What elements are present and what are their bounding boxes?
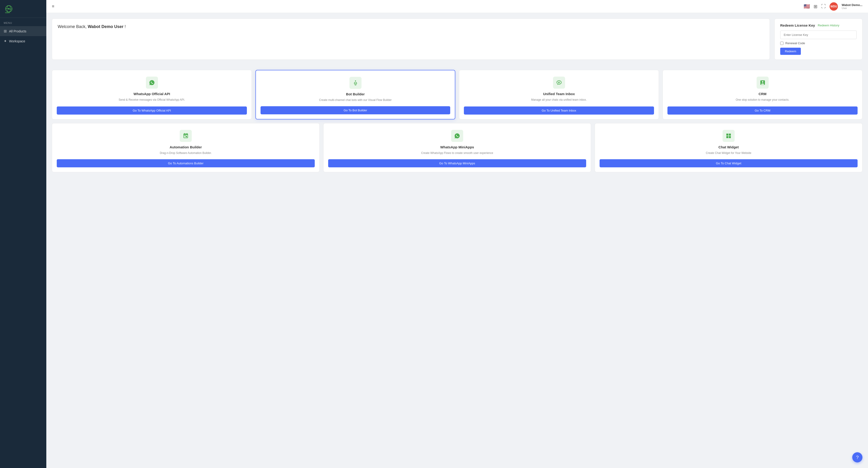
whatsapp-api-desc: Send & Receive messages via Official Wha… (119, 98, 185, 102)
unified-inbox-button[interactable]: Go To Unified Team Inbox (464, 106, 654, 114)
crm-button[interactable]: Go To CRM (668, 106, 858, 114)
redeem-history-link[interactable]: Redeem History (818, 24, 839, 27)
miniapps-icon (454, 133, 460, 139)
miniapps-icon-wrap (451, 130, 463, 142)
welcome-banner: Welcome Back, Wabot Demo User ! (52, 19, 770, 60)
renewal-row: Renewal Code (780, 41, 857, 45)
automation-button[interactable]: Go To Automations Builder (57, 159, 315, 167)
miniapps-title: WhatsApp MiniApps (440, 145, 474, 149)
chat-widget-icon-wrap (722, 130, 735, 142)
topbar-left: ≡ (52, 4, 55, 9)
expand-icon[interactable]: ⛶ (821, 4, 826, 9)
bot-builder-desc: Create multi-channel chat bots with our … (319, 98, 392, 102)
page-content: Welcome Back, Wabot Demo User ! Redeem L… (46, 13, 868, 468)
crm-desc: One stop solution to manage your contact… (736, 98, 789, 102)
chat-widget-title: Chat Widget (718, 145, 739, 149)
sidebar: wabot MENU ⊞ All Products ✦ Workspace (0, 0, 46, 468)
wabot-logo-icon: wabot (4, 4, 14, 14)
sidebar-item-workspace-label: Workspace (9, 39, 25, 43)
unified-inbox-title: Unified Team Inbox (543, 92, 575, 96)
support-fab[interactable]: ? (852, 452, 863, 463)
renewal-checkbox[interactable] (780, 42, 783, 45)
svg-point-3 (8, 8, 9, 9)
user-avatar[interactable]: WDU (830, 2, 838, 11)
crm-icon (760, 79, 766, 86)
license-title: Redeem License Key (780, 23, 815, 27)
inbox-icon (556, 79, 562, 86)
sidebar-logo: wabot (0, 0, 46, 18)
user-name: Wabot Demo... (842, 3, 863, 7)
products-grid-row1: WhatsApp Official API Send & Receive mes… (52, 70, 863, 120)
whatsapp-icon (149, 79, 155, 86)
chat-widget-button[interactable]: Go To Chat Widget (599, 159, 858, 167)
product-card-whatsapp-api: WhatsApp Official API Send & Receive mes… (52, 70, 252, 120)
automation-title: Automation Builder (169, 145, 202, 149)
welcome-text: Welcome Back, Wabot Demo User ! (58, 24, 126, 29)
unified-inbox-icon-wrap (553, 77, 565, 89)
products-grid-row2: Automation Builder Drag-n-Drop Software … (52, 123, 863, 172)
bot-builder-button[interactable]: Go To Bot Builder (260, 106, 450, 114)
product-card-unified-inbox: Unified Team Inbox Manage all your chats… (459, 70, 659, 120)
whatsapp-api-button[interactable]: Go To WhatsApp Official API (57, 106, 247, 114)
topbar: ≡ 🇺🇸 ⊞ ⛶ WDU Wabot Demo... User (46, 0, 868, 13)
topbar-right: 🇺🇸 ⊞ ⛶ WDU Wabot Demo... User (804, 2, 863, 11)
workspace-icon: ✦ (4, 39, 7, 43)
unified-inbox-desc: Manage all your chats via unified team i… (531, 98, 587, 102)
menu-label: MENU (0, 18, 46, 26)
automation-icon (183, 133, 189, 139)
bot-icon (352, 80, 359, 86)
crm-icon-wrap (756, 77, 769, 89)
svg-text:wabot: wabot (5, 12, 10, 13)
chat-widget-icon (725, 133, 732, 139)
main-content: ≡ 🇺🇸 ⊞ ⛶ WDU Wabot Demo... User Welcome … (46, 0, 868, 468)
user-info: Wabot Demo... User (842, 3, 863, 9)
sidebar-item-workspace[interactable]: ✦ Workspace (0, 36, 46, 46)
sidebar-item-all-products[interactable]: ⊞ All Products (0, 26, 46, 36)
whatsapp-api-icon-wrap (146, 77, 158, 89)
product-card-miniapps: WhatsApp MiniApps Create WhatsApp Flows … (323, 123, 591, 172)
product-card-chat-widget: Chat Widget Create Chat Widget for Your … (595, 123, 863, 172)
welcome-username: Wabot Demo User (88, 24, 123, 29)
automation-desc: Drag-n-Drop Software Automation Builder. (160, 151, 212, 155)
license-section: Redeem License Key Redeem History Renewa… (774, 19, 863, 60)
bot-builder-icon-wrap (349, 77, 362, 89)
product-card-automation: Automation Builder Drag-n-Drop Software … (52, 123, 319, 172)
product-card-crm: CRM One stop solution to manage your con… (662, 70, 863, 120)
redeem-button[interactable]: Redeem (780, 48, 801, 55)
bot-builder-title: Bot Builder (346, 92, 365, 96)
chat-widget-desc: Create Chat Widget for Your Website (706, 151, 751, 155)
license-key-input[interactable] (780, 31, 857, 39)
whatsapp-api-title: WhatsApp Official API (134, 92, 170, 96)
all-products-icon: ⊞ (4, 29, 7, 33)
user-role: User (842, 7, 863, 9)
flag-icon[interactable]: 🇺🇸 (804, 3, 810, 9)
miniapps-desc: Create WhatsApp Flows to create smooth u… (421, 151, 493, 155)
license-header: Redeem License Key Redeem History (780, 23, 857, 27)
automation-icon-wrap (180, 130, 192, 142)
hamburger-icon[interactable]: ≡ (52, 4, 55, 9)
crm-title: CRM (758, 92, 766, 96)
renewal-label: Renewal Code (785, 41, 805, 45)
support-icon: ? (856, 455, 859, 460)
sidebar-item-all-products-label: All Products (9, 29, 26, 33)
product-card-bot-builder: Bot Builder Create multi-channel chat bo… (255, 70, 455, 120)
grid-view-icon[interactable]: ⊞ (813, 4, 817, 9)
miniapps-button[interactable]: Go To WhatsApp MiniApps (328, 159, 586, 167)
